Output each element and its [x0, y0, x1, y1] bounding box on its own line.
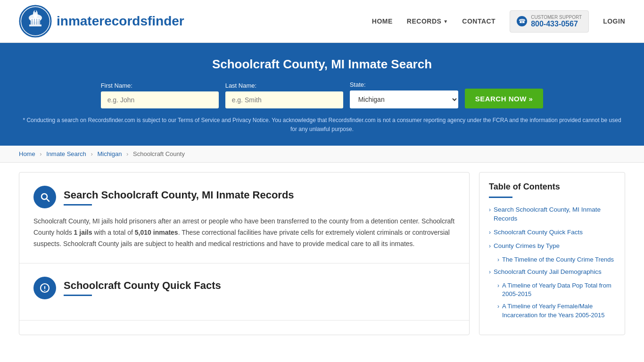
- state-label: State:: [350, 81, 366, 88]
- logo-text[interactable]: inmaterecordsfinder: [57, 14, 184, 29]
- section-header-facts: Schoolcraft County Quick Facts: [33, 277, 455, 299]
- section-title-wrap: Search Schoolcraft County, MI Inmate Rec…: [64, 189, 294, 206]
- quick-facts-title-wrap: Schoolcraft County Quick Facts: [64, 280, 221, 296]
- toc-link-demographics[interactable]: Schoolcraft County Jail Demographics: [494, 268, 602, 277]
- state-group: State: Michigan: [350, 81, 458, 108]
- login-button[interactable]: LOGIN: [603, 17, 625, 25]
- toc-chevron-icon: ›: [489, 206, 491, 213]
- toc-sub-gender: › A Timeline of Yearly Female/Male Incar…: [497, 302, 615, 319]
- search-button[interactable]: SEARCH NOW »: [465, 89, 544, 108]
- toc-chevron-icon-6: ›: [497, 282, 499, 289]
- toc-link-search[interactable]: Search Schoolcraft County, MI Inmate Rec…: [494, 206, 615, 223]
- toc-sub-pop: › A Timeline of Yearly Data Pop Total fr…: [497, 281, 615, 298]
- svg-rect-9: [36, 19, 37, 25]
- section-header-search: Search Schoolcraft County, MI Inmate Rec…: [33, 186, 455, 208]
- logo-area: inmaterecordsfinder: [19, 5, 184, 38]
- quick-facts-underline: [64, 295, 92, 296]
- last-name-input[interactable]: [225, 91, 343, 108]
- logo-icon: [19, 5, 52, 38]
- header: inmaterecordsfinder HOME RECORDS ▼ CONTA…: [0, 0, 644, 43]
- first-name-label: First Name:: [101, 82, 132, 89]
- search-icon-circle: [33, 186, 56, 208]
- phone-icon: ☎: [517, 16, 527, 26]
- toc-link-gender[interactable]: A Timeline of Yearly Female/Male Incarce…: [502, 302, 615, 319]
- last-name-label: Last Name:: [225, 82, 256, 89]
- toc-title: Table of Contents: [489, 182, 615, 192]
- toc-item-gender[interactable]: › A Timeline of Yearly Female/Male Incar…: [497, 302, 615, 319]
- main-content: Search Schoolcraft County, MI Inmate Rec…: [0, 163, 644, 344]
- toc-chevron-icon-7: ›: [497, 303, 499, 310]
- toc-sub-timeline: › The Timeline of the County Crime Trend…: [497, 255, 615, 264]
- state-select[interactable]: Michigan: [350, 90, 458, 108]
- svg-rect-4: [29, 25, 41, 26]
- svg-rect-6: [35, 10, 36, 12]
- breadcrumb-current: Schoolcraft County: [133, 150, 185, 157]
- breadcrumb-sep-2: ›: [91, 150, 92, 157]
- support-info: CUSTOMER SUPPORT 800-433-0567: [531, 15, 582, 28]
- toc-item-quick-facts[interactable]: › Schoolcraft County Quick Facts: [489, 228, 615, 237]
- toc-chevron-icon-5: ›: [489, 269, 491, 275]
- toc-item-demographics[interactable]: › Schoolcraft County Jail Demographics: [489, 268, 615, 277]
- info-icon: [39, 282, 50, 294]
- records-chevron-icon: ▼: [443, 19, 448, 24]
- toc-chevron-icon-2: ›: [489, 229, 491, 236]
- search-records-section: Search Schoolcraft County, MI Inmate Rec…: [19, 173, 469, 263]
- svg-rect-7: [32, 19, 33, 25]
- toc-link-timeline[interactable]: The Timeline of the County Crime Trends: [502, 255, 614, 264]
- toc-link-crimes-type[interactable]: County Crimes by Type: [494, 242, 560, 251]
- toc-link-pop-total[interactable]: A Timeline of Yearly Data Pop Total from…: [502, 281, 615, 298]
- last-name-group: Last Name:: [225, 82, 343, 108]
- search-form: First Name: Last Name: State: Michigan S…: [19, 81, 625, 108]
- breadcrumb: Home › Inmate Search › Michigan › School…: [0, 146, 644, 163]
- svg-rect-10: [39, 19, 40, 25]
- first-name-group: First Name:: [101, 82, 219, 108]
- search-section-title: Search Schoolcraft County, MI Inmate Rec…: [64, 189, 294, 201]
- breadcrumb-sep-1: ›: [40, 150, 41, 157]
- search-section-body: Schoolcraft County, MI jails hold prison…: [33, 216, 455, 249]
- svg-point-11: [44, 286, 45, 287]
- customer-support[interactable]: ☎ CUSTOMER SUPPORT 800-433-0567: [510, 10, 589, 33]
- page-title: Schoolcraft County, MI Inmate Search: [19, 57, 625, 72]
- search-icon: [39, 191, 50, 203]
- nav-home[interactable]: HOME: [372, 17, 393, 25]
- main-nav: HOME RECORDS ▼ CONTACT ☎ CUSTOMER SUPPOR…: [372, 10, 625, 33]
- toc-divider: [489, 197, 512, 198]
- toc-item-crimes-type[interactable]: › County Crimes by Type: [489, 242, 615, 251]
- quick-facts-title: Schoolcraft County Quick Facts: [64, 280, 221, 292]
- hero-section: Schoolcraft County, MI Inmate Search Fir…: [0, 43, 644, 146]
- nav-contact[interactable]: CONTACT: [462, 17, 495, 25]
- toc-chevron-icon-4: ›: [497, 256, 499, 263]
- info-icon-circle: [33, 277, 56, 299]
- toc-chevron-icon-3: ›: [489, 243, 491, 249]
- breadcrumb-sep-3: ›: [126, 150, 128, 157]
- toc-link-quick-facts[interactable]: Schoolcraft County Quick Facts: [494, 228, 583, 237]
- toc-item-pop-total[interactable]: › A Timeline of Yearly Data Pop Total fr…: [497, 281, 615, 298]
- toc-item-search[interactable]: › Search Schoolcraft County, MI Inmate R…: [489, 206, 615, 223]
- sidebar: Table of Contents › Search Schoolcraft C…: [479, 172, 625, 335]
- disclaimer-text: * Conducting a search on Recordsfinder.c…: [19, 116, 625, 134]
- content-area: Search Schoolcraft County, MI Inmate Rec…: [19, 172, 470, 335]
- breadcrumb-inmate-search[interactable]: Inmate Search: [46, 150, 86, 157]
- svg-rect-8: [34, 19, 35, 25]
- breadcrumb-michigan[interactable]: Michigan: [97, 150, 122, 157]
- table-of-contents: Table of Contents › Search Schoolcraft C…: [479, 172, 625, 335]
- toc-item-timeline[interactable]: › The Timeline of the County Crime Trend…: [497, 255, 615, 264]
- first-name-input[interactable]: [101, 91, 219, 108]
- breadcrumb-home[interactable]: Home: [19, 150, 35, 157]
- nav-records[interactable]: RECORDS ▼: [407, 17, 448, 25]
- quick-facts-section: Schoolcraft County Quick Facts: [19, 263, 469, 321]
- title-underline: [64, 204, 92, 206]
